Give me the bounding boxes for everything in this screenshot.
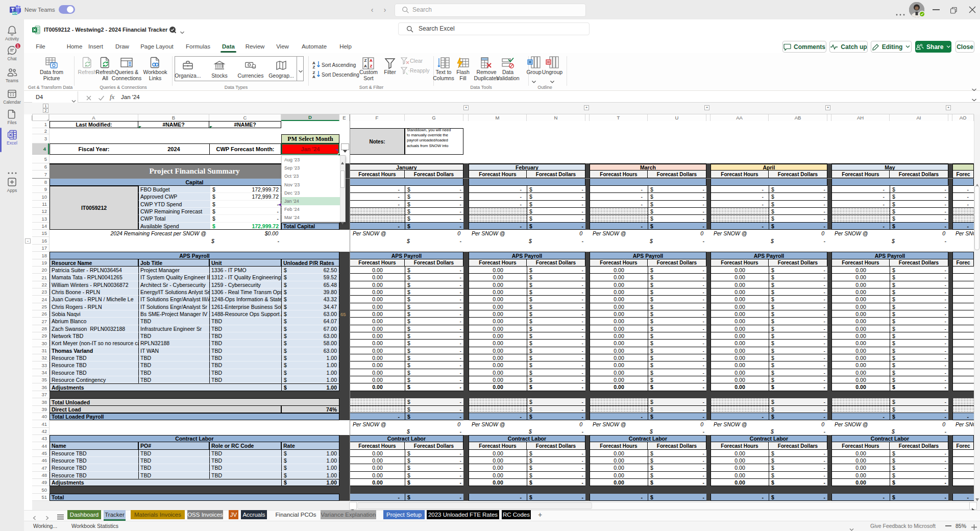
svg-text:Z: Z [364,58,367,63]
svg-text:NEW: NEW [12,12,18,15]
svg-text:A: A [370,58,373,63]
svg-text:Z: Z [313,65,315,69]
svg-text:A: A [312,75,315,79]
svg-text:Z: Z [370,64,373,68]
svg-text:A: A [364,64,367,68]
